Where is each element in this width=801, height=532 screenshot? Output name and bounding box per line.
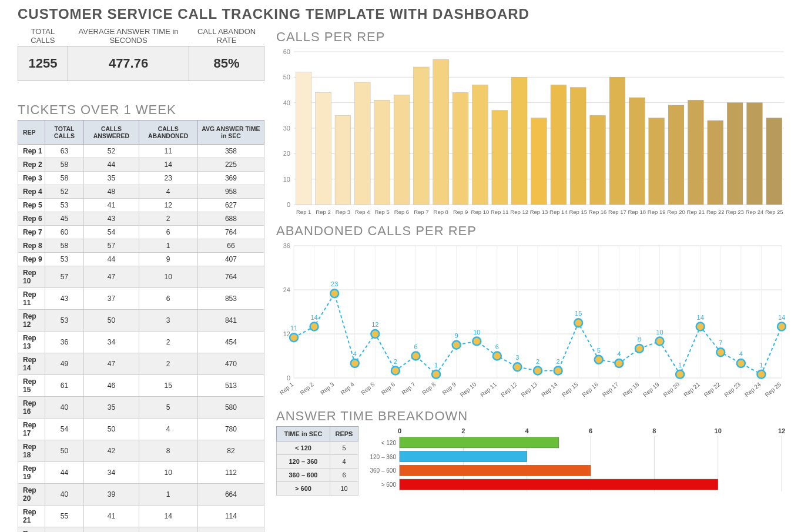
cell-rep: Rep 18	[18, 440, 45, 462]
cell-avg: 627	[197, 199, 264, 212]
svg-point-136	[554, 367, 562, 375]
svg-rect-60	[747, 103, 763, 205]
svg-rect-32	[472, 85, 488, 205]
svg-text:Rep 3: Rep 3	[319, 381, 336, 396]
svg-point-157	[696, 323, 705, 331]
svg-text:4: 4	[617, 350, 621, 357]
svg-text:20: 20	[283, 150, 290, 157]
table-row: Rep 85857166	[18, 239, 264, 253]
svg-rect-30	[453, 92, 468, 205]
svg-point-115	[412, 352, 420, 360]
svg-text:3: 3	[515, 354, 519, 361]
svg-point-103	[330, 289, 339, 297]
cell-total: 53	[45, 253, 83, 266]
svg-text:Rep 9: Rep 9	[453, 209, 468, 215]
abandoned-chart-title: ABANDONED CALLS PER REP	[276, 223, 783, 239]
svg-text:Rep 20: Rep 20	[662, 381, 681, 398]
table-row: 120 – 3604	[277, 455, 358, 469]
cell-rep: Rep 20	[18, 484, 45, 506]
svg-point-97	[290, 333, 298, 342]
breakdown-row: TIME in SEC REPS < 1205120 – 3604360 – 6…	[276, 426, 783, 496]
cell-total: 53	[45, 199, 83, 212]
svg-rect-50	[649, 118, 665, 205]
right-column: CALLS PER REP 0102030405060Rep 1Rep 2Rep…	[276, 26, 783, 532]
svg-text:23: 23	[331, 280, 338, 287]
kpi-total-calls: 1255	[18, 46, 68, 81]
svg-text:120 – 360: 120 – 360	[370, 454, 397, 460]
kpi-header-abandon: CALL ABANDON RATE	[189, 26, 264, 46]
table-row: Rep 15614615513	[18, 375, 264, 397]
kpi-avg-answer: 477.76	[68, 46, 189, 81]
cell-avg: 114	[197, 506, 264, 527]
svg-text:Rep 25: Rep 25	[764, 381, 783, 398]
answer-time-chart: 024681012< 120120 – 360360 – 600> 600	[364, 426, 787, 496]
cell-reps: 4	[330, 455, 358, 469]
cell-total: 49	[45, 353, 83, 375]
cell-total: 45	[45, 212, 83, 226]
cell-avg: 513	[197, 375, 264, 397]
cell-avg: 780	[197, 419, 264, 440]
cell-total: 36	[45, 332, 83, 353]
svg-text:Rep 1: Rep 1	[296, 209, 311, 215]
cell-avg: 470	[197, 353, 264, 375]
cell-rep: Rep 4	[18, 185, 45, 199]
svg-rect-46	[609, 77, 625, 205]
svg-text:2: 2	[557, 358, 560, 365]
cell-avg: 841	[197, 310, 264, 332]
svg-text:12: 12	[371, 321, 378, 328]
svg-text:Rep 24: Rep 24	[743, 381, 762, 398]
svg-rect-18	[335, 115, 351, 205]
cell-answered: 46	[84, 375, 139, 397]
svg-text:5: 5	[597, 347, 601, 354]
svg-text:Rep 16: Rep 16	[589, 209, 607, 215]
svg-text:Rep 13: Rep 13	[530, 209, 548, 215]
svg-text:36: 36	[283, 242, 290, 249]
kpi-table: TOTAL CALLS AVERAGE ANSWER TIME in SECON…	[18, 26, 264, 81]
svg-text:Rep 23: Rep 23	[723, 381, 742, 398]
table-row: 360 – 6006	[277, 469, 358, 482]
svg-point-142	[595, 356, 603, 364]
cell-total: 43	[45, 288, 83, 310]
cell-rep: Rep 2	[18, 158, 45, 172]
cell-abandoned: 2	[139, 332, 197, 353]
svg-text:Rep 25: Rep 25	[765, 209, 783, 215]
svg-text:< 120: < 120	[381, 440, 397, 446]
cell-abandoned: 6	[139, 288, 197, 310]
svg-text:10: 10	[656, 329, 663, 336]
calls-per-rep-chart: 0102030405060Rep 1Rep 2Rep 3Rep 4Rep 5Re…	[276, 47, 783, 220]
cell-rep: Rep 10	[18, 266, 45, 288]
cell-answered: 39	[84, 484, 139, 506]
cell-rep: Rep 21	[18, 506, 45, 527]
svg-text:Rep 15: Rep 15	[569, 209, 587, 215]
cell-rep: Rep 19	[18, 462, 45, 484]
svg-rect-36	[511, 77, 527, 205]
table-row: Rep 953449407	[18, 253, 264, 266]
cell-abandoned: 3	[139, 310, 197, 332]
svg-rect-48	[629, 98, 645, 205]
th-avg: AVG ANSWER TIME in SEC	[197, 121, 264, 145]
cell-total: 60	[45, 226, 83, 239]
table-row: Rep 10574710764	[18, 266, 264, 288]
cell-avg: 664	[197, 484, 264, 506]
cell-rep: Rep 3	[18, 172, 45, 185]
svg-text:Rep 5: Rep 5	[360, 381, 376, 396]
svg-point-163	[737, 359, 745, 367]
cell-abandoned: 4	[139, 185, 197, 199]
table-row: Rep 1449472470	[18, 353, 264, 375]
svg-text:6: 6	[495, 343, 499, 350]
cell-answered: 44	[84, 253, 139, 266]
svg-point-154	[676, 370, 684, 379]
table-row: Rep 1754504780	[18, 419, 264, 440]
cell-answered: 57	[84, 239, 139, 253]
svg-text:Rep 6: Rep 6	[394, 209, 409, 215]
svg-text:10: 10	[473, 329, 480, 336]
cell-avg: 112	[197, 462, 264, 484]
cell-total: 57	[45, 266, 83, 288]
svg-text:40: 40	[283, 99, 290, 106]
cell-avg: 66	[197, 239, 264, 253]
th-reps: REPS	[330, 427, 358, 441]
cell-avg: 407	[197, 253, 264, 266]
svg-point-106	[351, 359, 359, 367]
cell-abandoned: 6	[139, 226, 197, 239]
cell-rep: Rep 6	[18, 212, 45, 226]
